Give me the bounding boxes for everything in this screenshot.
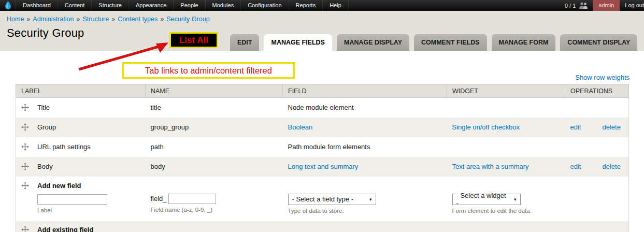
users-icon — [579, 2, 593, 9]
widget-select-value: - Select a widget - — [456, 192, 510, 207]
label-help-text: Label — [37, 207, 140, 213]
delete-link[interactable]: delete — [603, 123, 621, 131]
annotation-list-all: List All — [169, 32, 218, 48]
table-row: Body body Long text and summary Text are… — [16, 157, 629, 177]
drupal-logo-icon — [0, 0, 16, 11]
field-name: path — [146, 137, 283, 157]
new-field-name-input[interactable] — [168, 194, 216, 204]
page-header: Home»Administration»Structure»Content ty… — [0, 11, 644, 51]
field-type: Path module form elements — [283, 137, 447, 157]
new-field-label-input[interactable] — [37, 194, 107, 205]
table-row: Group group_group Boolean Single on/off … — [16, 118, 629, 137]
breadcrumb-separator: » — [77, 16, 80, 23]
column-header-field: FIELD — [283, 84, 447, 98]
field-label: Body — [37, 163, 53, 170]
tab-manage-display[interactable]: MANAGE DISPLAY — [337, 34, 409, 51]
toolbar-menu: Dashboard Content Structure Appearance P… — [16, 0, 349, 11]
table-row: Title title Node module element — [16, 98, 629, 118]
breadcrumb-separator: » — [111, 16, 115, 23]
toolbar-item-content[interactable]: Content — [58, 0, 92, 11]
toolbar-item-dashboard[interactable]: Dashboard — [16, 0, 58, 11]
toolbar-item-reports[interactable]: Reports — [289, 0, 323, 11]
current-user-button[interactable]: admin — [593, 0, 620, 11]
dropdown-arrow-icon: ▾ — [514, 197, 517, 202]
column-header-label: LABEL — [16, 84, 146, 98]
toolbar-item-help[interactable]: Help — [323, 0, 349, 11]
add-new-field-row: Add new field Label field_ Field name (a… — [16, 177, 629, 221]
field-name: title — [146, 98, 283, 118]
breadcrumb-security-group[interactable]: Security Group — [166, 16, 209, 23]
column-header-operations: OPERATIONS — [565, 84, 629, 98]
show-row-weights-link[interactable]: Show row weights — [575, 74, 629, 81]
field-type-link[interactable]: Boolean — [288, 123, 313, 131]
add-existing-field-row: Add existing field — [16, 221, 629, 232]
tab-manage-form[interactable]: MANAGE FORM — [492, 34, 556, 51]
primary-tabs: EDIT MANAGE FIELDS MANAGE DISPLAY COMMEN… — [230, 34, 637, 51]
field-widget — [447, 98, 565, 118]
edit-link[interactable]: edit — [570, 123, 581, 131]
field-type-select[interactable]: - Select a field type - ▾ — [288, 194, 376, 205]
drag-handle-icon[interactable] — [21, 163, 29, 170]
field-type-help-text: Type of data to store. — [288, 208, 442, 214]
tab-comment-display[interactable]: COMMENT DISPLAY — [560, 34, 637, 51]
edit-link[interactable]: edit — [570, 163, 581, 170]
field-label: Group — [37, 123, 56, 131]
field-widget-link[interactable]: Single on/off checkbox — [452, 123, 520, 131]
manage-fields-table: LABEL NAME FIELD WIDGET OPERATIONS Title… — [16, 84, 629, 232]
breadcrumb-home[interactable]: Home — [7, 16, 24, 23]
dropdown-arrow-icon: ▾ — [369, 197, 372, 202]
toolbar-item-people[interactable]: People — [174, 0, 205, 11]
field-name-prefix: field_ — [151, 195, 167, 202]
field-label: Title — [37, 104, 50, 111]
drag-handle-icon[interactable] — [21, 143, 29, 151]
add-new-field-title: Add new field — [37, 182, 81, 190]
field-name-help-text: Field name (a-z, 0-9, _) — [151, 207, 278, 213]
field-type: Node module element — [283, 98, 447, 118]
field-widget-link[interactable]: Text area with a summary — [452, 163, 529, 170]
breadcrumb: Home»Administration»Structure»Content ty… — [0, 11, 644, 23]
logout-link[interactable]: Log out — [620, 0, 644, 11]
main-content: Show row weights LABEL NAME FIELD WIDGET… — [0, 74, 644, 232]
widget-select[interactable]: - Select a widget - ▾ — [452, 194, 521, 205]
column-header-widget: WIDGET — [447, 84, 565, 98]
table-row: URL path settings path Path module form … — [16, 137, 629, 157]
admin-toolbar: Dashboard Content Structure Appearance P… — [0, 0, 644, 11]
field-label: URL path settings — [37, 143, 91, 151]
field-name: group_group — [146, 118, 283, 137]
field-type-link[interactable]: Long text and summary — [288, 163, 359, 170]
drag-handle-icon[interactable] — [21, 104, 29, 111]
delete-link[interactable]: delete — [603, 163, 621, 170]
toolbar-item-structure[interactable]: Structure — [92, 0, 129, 11]
breadcrumb-administration[interactable]: Administration — [33, 16, 74, 23]
tab-manage-fields[interactable]: MANAGE FIELDS — [264, 34, 332, 55]
tab-comment-fields[interactable]: COMMENT FIELDS — [414, 34, 487, 51]
table-header-row: LABEL NAME FIELD WIDGET OPERATIONS — [16, 84, 629, 98]
breadcrumb-separator: » — [26, 16, 30, 23]
field-type-select-value: - Select a field type - — [292, 195, 354, 203]
breadcrumb-structure[interactable]: Structure — [82, 16, 109, 23]
annotation-note: Tab links to admin/content filtered — [122, 62, 295, 79]
tab-edit[interactable]: EDIT — [230, 34, 259, 51]
drag-handle-icon[interactable] — [21, 182, 29, 190]
add-existing-field-title: Add existing field — [37, 226, 93, 232]
drag-handle-icon[interactable] — [21, 226, 29, 232]
online-user-count: 0 / 1 — [565, 3, 579, 9]
toolbar-item-appearance[interactable]: Appearance — [129, 0, 174, 11]
breadcrumb-content-types[interactable]: Content types — [118, 16, 158, 23]
breadcrumb-separator: » — [160, 16, 164, 23]
drag-handle-icon[interactable] — [21, 123, 29, 131]
toolbar-item-configuration[interactable]: Configuration — [241, 0, 289, 11]
column-header-name: NAME — [146, 84, 283, 98]
field-widget — [447, 137, 565, 157]
field-name: body — [146, 157, 283, 177]
toolbar-item-modules[interactable]: Modules — [206, 0, 241, 11]
widget-help-text: Form element to edit the data. — [452, 208, 560, 214]
